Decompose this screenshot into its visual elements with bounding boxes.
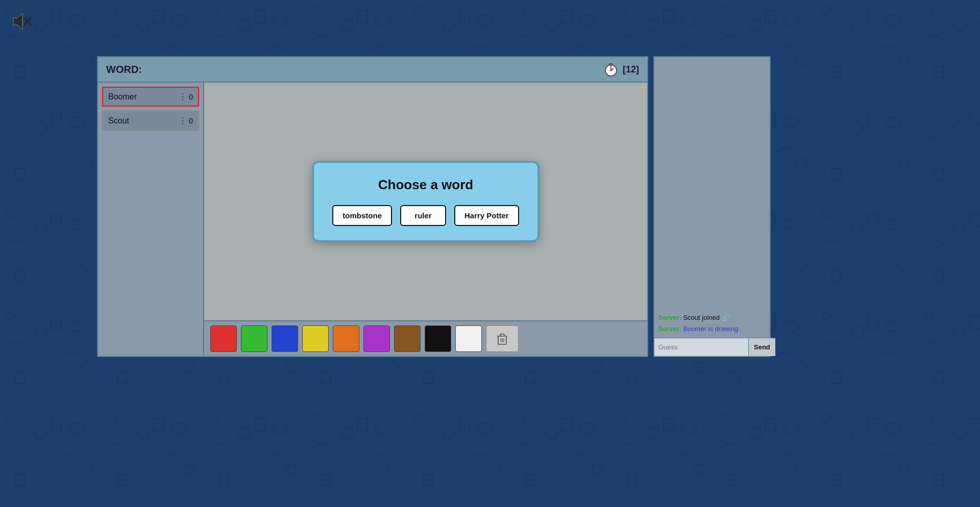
player-score-value-boomer: 0 bbox=[189, 92, 193, 101]
timer-area: [12] bbox=[603, 62, 639, 77]
chat-message-2: Server: Boomer is drawing bbox=[658, 324, 766, 334]
dots-icon: ⋮ bbox=[179, 92, 187, 102]
word-choice-ruler[interactable]: ruler bbox=[400, 205, 446, 226]
color-white[interactable] bbox=[455, 325, 482, 352]
svg-rect-4 bbox=[609, 63, 613, 65]
send-button[interactable]: Send bbox=[748, 338, 775, 356]
modal-overlay: Choose a word tombstone ruler Harry Pott… bbox=[204, 83, 647, 320]
color-orange[interactable] bbox=[333, 325, 359, 352]
chat-messages: Server: Scout joined 🔗 Server: Boomer is… bbox=[654, 57, 770, 338]
server-label-1: Server: bbox=[658, 314, 681, 321]
join-icon: 🔗 bbox=[722, 314, 730, 321]
color-red[interactable] bbox=[210, 325, 237, 352]
player-score-boomer: ⋮ 0 bbox=[179, 92, 193, 102]
dots-icon-2: ⋮ bbox=[179, 116, 187, 125]
modal-title: Choose a word bbox=[378, 177, 473, 193]
color-black[interactable] bbox=[425, 325, 451, 352]
drawing-canvas[interactable]: Choose a word tombstone ruler Harry Pott… bbox=[204, 83, 647, 320]
chat-input-row: Send bbox=[654, 338, 770, 356]
player-score-scout: ⋮ 0 bbox=[179, 116, 193, 125]
player-card-boomer: Boomer ⋮ 0 bbox=[102, 87, 199, 107]
sound-button[interactable] bbox=[8, 8, 35, 35]
color-yellow[interactable] bbox=[302, 325, 329, 352]
guess-input[interactable] bbox=[654, 338, 748, 356]
color-purple[interactable] bbox=[363, 325, 390, 352]
word-label: WORD: bbox=[106, 64, 603, 75]
sound-icon bbox=[10, 10, 33, 33]
timer-value: [12] bbox=[623, 64, 639, 75]
server-label-2: Server: bbox=[658, 325, 681, 333]
player-score-value-scout: 0 bbox=[189, 116, 193, 125]
word-bar: WORD: [12] bbox=[97, 56, 648, 83]
svg-rect-10 bbox=[500, 334, 504, 336]
color-blue[interactable] bbox=[272, 325, 298, 352]
players-panel: Boomer ⋮ 0 Scout ⋮ 0 bbox=[97, 83, 204, 357]
player-name-boomer: Boomer bbox=[108, 92, 137, 102]
color-green[interactable] bbox=[241, 325, 267, 352]
color-palette bbox=[204, 320, 647, 356]
timer-icon bbox=[603, 62, 619, 77]
chat-text-1: Scout joined bbox=[683, 314, 721, 321]
canvas-area: Choose a word tombstone ruler Harry Pott… bbox=[204, 83, 648, 357]
player-name-scout: Scout bbox=[108, 116, 129, 125]
word-choice-harry-potter[interactable]: Harry Potter bbox=[454, 205, 519, 226]
svg-marker-0 bbox=[13, 13, 22, 30]
player-card-scout: Scout ⋮ 0 bbox=[102, 111, 199, 131]
word-choice-modal: Choose a word tombstone ruler Harry Pott… bbox=[312, 161, 538, 242]
word-choices: tombstone ruler Harry Potter bbox=[332, 205, 519, 226]
chat-message-1: Server: Scout joined 🔗 bbox=[658, 313, 766, 322]
word-choice-tombstone[interactable]: tombstone bbox=[332, 205, 392, 226]
svg-point-7 bbox=[610, 70, 611, 71]
chat-text-2: Boomer is drawing bbox=[683, 325, 738, 333]
trash-button[interactable] bbox=[486, 325, 519, 352]
trash-icon bbox=[495, 332, 509, 346]
chat-panel: Server: Scout joined 🔗 Server: Boomer is… bbox=[653, 56, 771, 357]
color-brown[interactable] bbox=[394, 325, 421, 352]
